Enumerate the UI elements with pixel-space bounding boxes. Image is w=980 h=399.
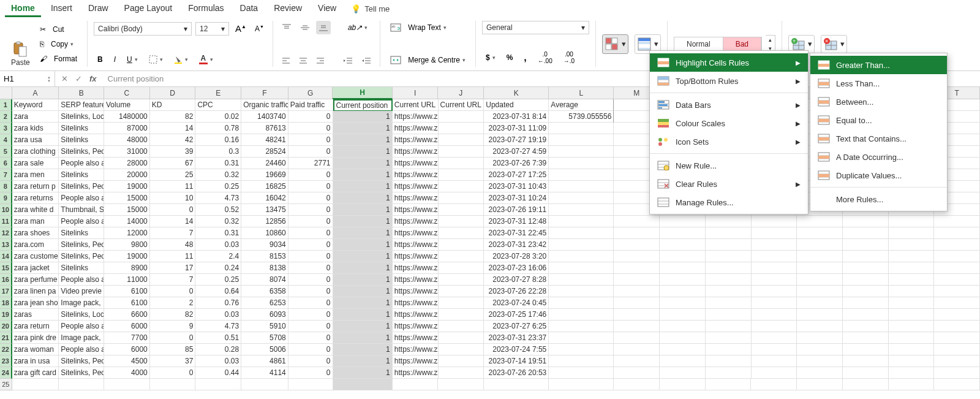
- styles-up-button[interactable]: ▴: [766, 36, 775, 44]
- cell[interactable]: Image pack,: [59, 332, 104, 344]
- cell[interactable]: [439, 262, 484, 274]
- cancel-formula-button[interactable]: ✕: [61, 74, 68, 83]
- cell[interactable]: 1: [333, 146, 393, 158]
- cell[interactable]: Sitelinks: [59, 134, 104, 146]
- menu-item-colour-scales[interactable]: Colour Scales▶: [650, 114, 808, 132]
- cell[interactable]: [439, 158, 484, 169]
- cell[interactable]: 4.73: [195, 192, 241, 204]
- cell[interactable]: 1: [333, 169, 393, 181]
- font-name-select[interactable]: Calibri (Body)▾: [94, 22, 192, 36]
- cell[interactable]: [843, 227, 889, 239]
- cell[interactable]: 0.3: [195, 146, 241, 158]
- name-box[interactable]: ▲▼: [0, 71, 55, 86]
- cell[interactable]: Paid traffic: [288, 99, 333, 111]
- cell[interactable]: 8074: [241, 274, 288, 286]
- cell[interactable]: zara returns: [12, 192, 59, 204]
- cell[interactable]: [706, 227, 752, 239]
- cell[interactable]: 0: [288, 111, 333, 123]
- cell[interactable]: https://www.zara.com/us: [393, 321, 439, 332]
- cell[interactable]: [614, 227, 660, 239]
- cell[interactable]: 10: [150, 192, 196, 204]
- align-bottom-button[interactable]: [316, 21, 331, 34]
- cell[interactable]: [660, 239, 706, 251]
- cell[interactable]: 2023-07-31 22:45: [484, 227, 549, 239]
- cell[interactable]: [614, 262, 660, 274]
- cell[interactable]: [889, 216, 935, 227]
- number-format-select[interactable]: General▾: [482, 21, 589, 34]
- cell[interactable]: [549, 216, 614, 227]
- tab-formulas[interactable]: Formulas: [182, 1, 230, 17]
- cell[interactable]: [889, 367, 935, 379]
- cell[interactable]: [660, 309, 706, 321]
- cell[interactable]: 7700: [104, 332, 150, 344]
- cell[interactable]: 6600: [104, 309, 150, 321]
- cell[interactable]: 2023-07-31 23:42: [484, 239, 549, 251]
- menu-item-greater-than[interactable]: Greater Than...: [810, 56, 947, 74]
- cell[interactable]: 6100: [104, 297, 150, 309]
- cell[interactable]: [288, 379, 333, 390]
- cell[interactable]: 2023-07-27 4:59: [484, 146, 549, 158]
- cell[interactable]: 1: [333, 158, 393, 169]
- cell[interactable]: [843, 251, 889, 262]
- row-header[interactable]: 24: [0, 367, 12, 379]
- cell[interactable]: [393, 379, 439, 390]
- cell[interactable]: [843, 332, 889, 344]
- cell[interactable]: [614, 216, 660, 227]
- cell[interactable]: https://www.zara.com/us: [393, 181, 439, 192]
- cell[interactable]: zara linen pa: [12, 286, 59, 297]
- cell[interactable]: 0.24: [195, 262, 241, 274]
- cell[interactable]: [934, 332, 980, 344]
- cell[interactable]: 0: [288, 134, 333, 146]
- merge-center-button[interactable]: Merge & Centre▾: [386, 53, 469, 67]
- cell[interactable]: 1: [333, 332, 393, 344]
- cell[interactable]: https://www.zara.com/us: [393, 192, 439, 204]
- cell[interactable]: 2023-07-14 19:51: [484, 355, 549, 367]
- cell[interactable]: [549, 204, 614, 216]
- cell[interactable]: 0.02: [195, 111, 241, 123]
- cell[interactable]: [439, 111, 484, 123]
- cell[interactable]: 0: [288, 251, 333, 262]
- insert-function-button[interactable]: fx: [89, 74, 97, 83]
- cell[interactable]: SERP features: [59, 99, 104, 111]
- cell[interactable]: 9: [150, 321, 196, 332]
- cell[interactable]: [549, 332, 614, 344]
- cell[interactable]: 37: [150, 355, 196, 367]
- cell[interactable]: 0: [288, 262, 333, 274]
- cell[interactable]: zara sale: [12, 158, 59, 169]
- cell[interactable]: [549, 344, 614, 355]
- cell[interactable]: 0.16: [195, 134, 241, 146]
- row-header[interactable]: 1: [0, 99, 12, 111]
- cell[interactable]: [752, 321, 797, 332]
- cell[interactable]: 11000: [104, 274, 150, 286]
- cell[interactable]: zara.com: [12, 239, 59, 251]
- cell[interactable]: [797, 262, 843, 274]
- cell[interactable]: [706, 262, 752, 274]
- cell[interactable]: https://www.zara.com/us: [393, 344, 439, 355]
- cell[interactable]: https://www.zara.com/us: [393, 158, 439, 169]
- cell[interactable]: [439, 239, 484, 251]
- cell[interactable]: [660, 227, 706, 239]
- cell[interactable]: [104, 379, 150, 390]
- cell[interactable]: 12856: [241, 216, 288, 227]
- row-header[interactable]: 12: [0, 227, 12, 239]
- cell[interactable]: 0: [288, 216, 333, 227]
- cell[interactable]: [752, 367, 797, 379]
- cell[interactable]: 1: [333, 134, 393, 146]
- cell[interactable]: 15000: [104, 192, 150, 204]
- cell[interactable]: [660, 367, 706, 379]
- cell[interactable]: 0: [288, 367, 333, 379]
- cell[interactable]: 6358: [241, 286, 288, 297]
- comma-button[interactable]: ,: [520, 50, 530, 66]
- cell[interactable]: Sitelinks, Peo: [59, 146, 104, 158]
- cell[interactable]: [706, 355, 752, 367]
- cell[interactable]: [660, 286, 706, 297]
- cell[interactable]: zara in usa: [12, 355, 59, 367]
- cell[interactable]: [660, 344, 706, 355]
- cell[interactable]: [797, 251, 843, 262]
- cell[interactable]: 2023-07-26 7:39: [484, 158, 549, 169]
- cell[interactable]: Sitelinks, Peo: [59, 181, 104, 192]
- cell[interactable]: [333, 379, 393, 390]
- cell[interactable]: Organic traffic: [241, 99, 288, 111]
- tell-me-button[interactable]: Tell me: [364, 4, 390, 13]
- cell[interactable]: 4500: [104, 355, 150, 367]
